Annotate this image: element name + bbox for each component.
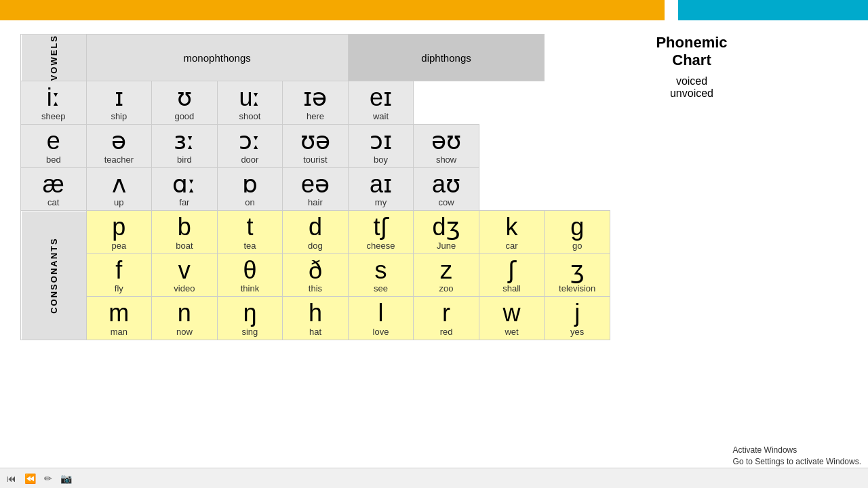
phoneme-cell: z zoo [414, 253, 479, 297]
phoneme-cell: t tea [217, 211, 283, 254]
vowel-row-1: iː sheep ɪ ship ʊ good uː shoot [21, 81, 610, 125]
phoneme-cell: f fly [86, 253, 152, 297]
phoneme-cell: l love [348, 297, 414, 340]
unvoiced-label: unvoiced [624, 87, 760, 100]
phoneme-cell: ɜː bird [152, 124, 218, 167]
consonant-row-1: CONSONANTS p pea b boat t tea d [21, 211, 610, 254]
phoneme-cell: s see [348, 253, 414, 297]
phoneme-cell: ɪ ship [86, 81, 152, 125]
phoneme-cell: θ think [217, 253, 283, 297]
diphthongs-header: diphthongs [348, 35, 545, 81]
phoneme-cell: g go [545, 211, 610, 254]
phoneme-cell: p pea [86, 211, 152, 254]
phoneme-cell: ɒ on [217, 167, 283, 211]
phoneme-cell: tʃ cheese [348, 211, 414, 254]
phoneme-cell: ʌ up [86, 167, 152, 211]
phonemic-chart-title: PhonemicChart [624, 34, 760, 70]
blue-bar [678, 0, 868, 20]
activate-windows-watermark: Activate Windows Go to Settings to activ… [733, 445, 861, 468]
vowels-label: VOWELS [21, 35, 87, 81]
phoneme-cell: dʒ June [414, 211, 479, 254]
phonemic-chart: VOWELS monophthongs diphthongs iː sheep … [20, 34, 610, 488]
phoneme-cell: k car [479, 211, 545, 254]
consonant-row-3: m man n now ŋ sing h hat [21, 297, 610, 340]
voiced-label: voiced [624, 75, 760, 87]
phoneme-cell: eɪ wait [348, 81, 414, 125]
phoneme-cell: ð this [283, 253, 349, 297]
activate-windows-line2: Go to Settings to activate Windows. [733, 456, 861, 468]
consonants-label: CONSONANTS [21, 211, 87, 340]
media-icon-4[interactable]: 📷 [60, 473, 72, 484]
phoneme-cell: n now [152, 297, 218, 340]
phoneme-cell: uː shoot [217, 81, 283, 125]
phoneme-cell: ʒ television [545, 253, 610, 297]
phoneme-cell: e bed [21, 124, 87, 167]
phoneme-cell: j yes [545, 297, 610, 340]
media-icon-2[interactable]: ⏪ [24, 473, 36, 484]
phoneme-cell: ɔɪ boy [348, 124, 414, 167]
phoneme-cell: æ cat [21, 167, 87, 211]
monophthongs-header: monophthongs [86, 35, 348, 81]
phoneme-cell: ɑː far [152, 167, 218, 211]
phoneme-cell: ʊ good [152, 81, 218, 125]
phoneme-cell: h hat [283, 297, 349, 340]
phoneme-cell: w wet [479, 297, 545, 340]
bottom-bar: ⏮ ⏪ ✏ 📷 [0, 468, 868, 488]
phoneme-cell: v video [152, 253, 218, 297]
phonemic-table: VOWELS monophthongs diphthongs iː sheep … [20, 34, 610, 340]
yellow-bar [0, 0, 665, 20]
main-content: VOWELS monophthongs diphthongs iː sheep … [0, 20, 868, 488]
phoneme-cell: eə hair [283, 167, 349, 211]
bar-gap [665, 0, 678, 20]
right-panel: PhonemicChart voiced unvoiced [624, 34, 760, 488]
phoneme-cell: iː sheep [21, 81, 87, 125]
media-icon-3[interactable]: ✏ [44, 473, 52, 484]
consonant-row-2: f fly v video θ think ð this [21, 253, 610, 297]
media-icon-1[interactable]: ⏮ [7, 473, 16, 484]
phoneme-cell: ŋ sing [217, 297, 283, 340]
phoneme-cell: b boat [152, 211, 218, 254]
phoneme-cell: əʊ show [414, 124, 479, 167]
phoneme-cell: ɪə here [283, 81, 349, 125]
top-bars [0, 0, 868, 20]
vowel-row-2: e bed ə teacher ɜː bird ɔː door [21, 124, 610, 167]
phoneme-cell: ə teacher [86, 124, 152, 167]
activate-windows-line1: Activate Windows [733, 445, 861, 456]
phoneme-cell: ʊə tourist [283, 124, 349, 167]
vowel-row-3: æ cat ʌ up ɑː far ɒ on [21, 167, 610, 211]
phoneme-cell: m man [86, 297, 152, 340]
phoneme-cell: r red [414, 297, 479, 340]
phoneme-cell: ɔː door [217, 124, 283, 167]
phoneme-cell: aɪ my [348, 167, 414, 211]
phoneme-cell: d dog [283, 211, 349, 254]
phoneme-cell: ʃ shall [479, 253, 545, 297]
phoneme-cell: aʊ cow [414, 167, 479, 211]
